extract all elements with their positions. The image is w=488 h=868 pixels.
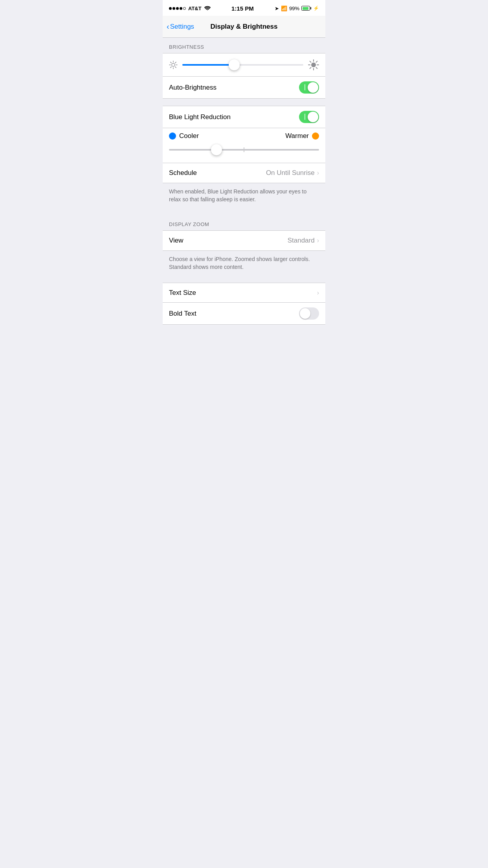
brightness-group: Auto-Brightness	[163, 53, 325, 99]
svg-line-16	[316, 61, 317, 63]
brightness-slider[interactable]	[182, 59, 303, 71]
brightness-section-header: BRIGHTNESS	[163, 38, 325, 53]
cooler-label: Cooler	[169, 132, 199, 140]
signal-dot-4	[180, 7, 182, 10]
blue-light-info: When enabled, Blue Light Reduction allow…	[163, 183, 325, 208]
brightness-slider-row[interactable]	[163, 53, 325, 77]
svg-line-15	[316, 68, 317, 69]
sun-large-icon	[308, 59, 319, 70]
spacer-1	[163, 99, 325, 106]
blue-light-label: Blue Light Reduction	[169, 113, 231, 121]
back-chevron-icon: ‹	[167, 22, 169, 30]
back-label: Settings	[170, 23, 194, 31]
back-button[interactable]: ‹ Settings	[167, 23, 194, 31]
display-zoom-info: Choose a view for iPhone. Zoomed shows l…	[163, 251, 325, 276]
signal-dot-1	[169, 7, 172, 10]
carrier-text: AT&T	[188, 6, 202, 11]
nav-bar: ‹ Settings Display & Brightness	[163, 16, 325, 38]
status-bar: AT&T 1:15 PM ➤ 📶 99% ⚡	[163, 0, 325, 16]
view-label: View	[169, 237, 183, 245]
warmer-label: Warmer	[285, 132, 319, 140]
text-size-right: ›	[317, 289, 319, 296]
svg-point-9	[311, 63, 316, 67]
signal-dot-2	[172, 7, 175, 10]
schedule-row[interactable]: Schedule On Until Sunrise ›	[163, 163, 325, 183]
page-title: Display & Brightness	[211, 23, 278, 31]
blue-light-row: Blue Light Reduction	[163, 106, 325, 128]
blue-light-toggle[interactable]	[299, 111, 319, 123]
auto-brightness-toggle[interactable]	[299, 81, 319, 94]
svg-line-17	[310, 68, 311, 69]
view-right: Standard ›	[288, 237, 319, 245]
view-value: Standard	[288, 237, 315, 245]
auto-brightness-label: Auto-Brightness	[169, 84, 216, 92]
cooler-dot	[169, 132, 176, 140]
signal-dots	[169, 7, 186, 10]
svg-line-8	[171, 67, 171, 68]
schedule-right: On Until Sunrise ›	[266, 169, 319, 177]
spacer-2	[163, 208, 325, 215]
view-chevron-icon: ›	[317, 237, 319, 244]
schedule-label: Schedule	[169, 169, 197, 177]
svg-point-0	[172, 63, 175, 66]
svg-line-5	[171, 62, 171, 63]
color-temp-row[interactable]: Cooler Warmer	[163, 128, 325, 163]
location-icon: ➤	[275, 6, 279, 11]
warmer-dot	[312, 132, 319, 140]
bluetooth-icon: 📶	[281, 6, 287, 11]
bold-text-label: Bold Text	[169, 310, 196, 318]
svg-line-14	[310, 61, 311, 63]
battery-percent: 99%	[289, 6, 299, 11]
display-zoom-header: DISPLAY ZOOM	[163, 215, 325, 230]
status-time: 1:15 PM	[231, 5, 254, 12]
schedule-value: On Until Sunrise	[266, 169, 315, 177]
text-size-chevron-icon: ›	[317, 289, 319, 296]
svg-line-7	[175, 62, 176, 63]
auto-brightness-row: Auto-Brightness	[163, 77, 325, 98]
schedule-chevron-icon: ›	[317, 169, 319, 177]
view-row[interactable]: View Standard ›	[163, 231, 325, 250]
display-zoom-group: View Standard ›	[163, 230, 325, 251]
bold-text-row: Bold Text	[163, 303, 325, 324]
battery-icon	[301, 6, 311, 11]
text-size-row[interactable]: Text Size ›	[163, 283, 325, 303]
blue-light-group: Blue Light Reduction Cooler Warmer Sch	[163, 106, 325, 183]
color-temp-slider[interactable]	[169, 144, 319, 156]
sun-small-icon	[169, 61, 178, 69]
cooler-text: Cooler	[179, 132, 199, 140]
spacer-bottom	[163, 325, 325, 340]
spacer-3	[163, 276, 325, 283]
signal-dot-5	[183, 7, 186, 10]
wifi-icon	[204, 5, 211, 11]
status-right: ➤ 📶 99% ⚡	[275, 6, 319, 11]
text-group: Text Size › Bold Text	[163, 283, 325, 325]
charging-icon: ⚡	[313, 6, 319, 11]
svg-line-6	[175, 67, 176, 68]
temp-labels: Cooler Warmer	[169, 132, 319, 140]
warmer-text: Warmer	[285, 132, 309, 140]
signal-dot-3	[176, 7, 179, 10]
bold-text-toggle[interactable]	[299, 307, 319, 320]
text-size-label: Text Size	[169, 289, 196, 297]
status-left: AT&T	[169, 5, 211, 11]
